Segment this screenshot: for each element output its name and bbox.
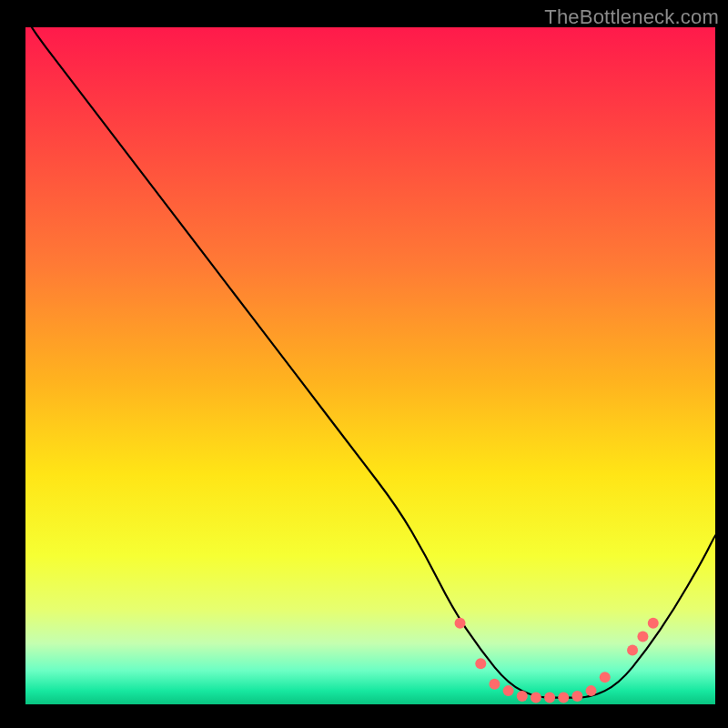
chart-frame: TheBottleneck.com [0, 0, 728, 728]
highlight-point [627, 644, 638, 655]
highlight-point [475, 658, 486, 669]
highlight-point [503, 685, 514, 696]
highlight-point [558, 693, 569, 703]
highlight-point [517, 691, 528, 702]
highlight-point [648, 618, 659, 629]
highlight-point [489, 679, 500, 690]
highlight-point [455, 618, 466, 629]
plot-background [25, 27, 715, 704]
highlight-point [586, 685, 597, 696]
highlight-point [600, 672, 611, 682]
bottleneck-chart [0, 0, 728, 728]
watermark-text: TheBottleneck.com [544, 5, 719, 29]
highlight-point [637, 632, 648, 642]
highlight-point [531, 693, 541, 703]
highlight-point [544, 693, 555, 703]
highlight-point [571, 691, 582, 702]
